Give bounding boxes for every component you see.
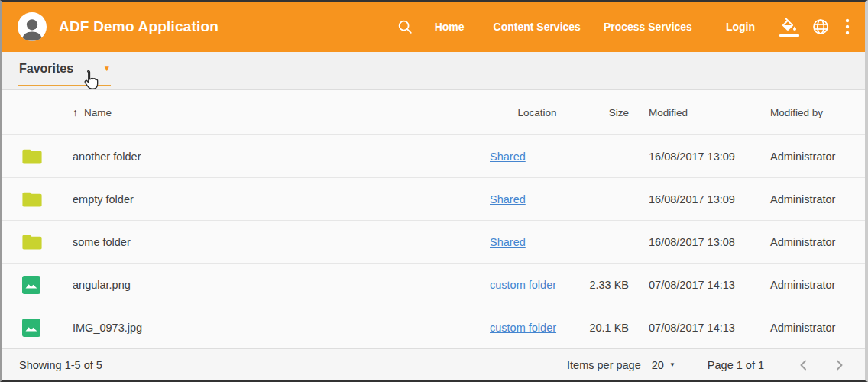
folder-icon <box>22 191 73 208</box>
table-row[interactable]: IMG_0973.jpg custom folder 20.1 KB 07/08… <box>2 306 865 348</box>
location-link[interactable]: custom folder <box>490 322 556 334</box>
modified-date: 16/08/2017 13:09 <box>649 193 761 206</box>
items-per-page-value: 20 <box>652 359 664 371</box>
items-per-page-select[interactable]: 20 ▼ <box>652 359 675 371</box>
page-indicator: Page 1 of 1 <box>708 359 764 371</box>
person-icon <box>19 17 45 41</box>
modified-date: 16/08/2017 13:09 <box>649 151 761 163</box>
file-name[interactable]: another folder <box>73 151 490 163</box>
sort-ascending-icon: ↑ <box>73 106 78 118</box>
name-column-label: Name <box>84 107 112 118</box>
folder-icon <box>22 234 73 251</box>
items-per-page-label: Items per page <box>567 359 641 371</box>
file-name[interactable]: empty folder <box>73 193 490 206</box>
image-file-icon <box>22 276 73 294</box>
chevron-down-icon: ▼ <box>103 64 111 72</box>
nav-home[interactable]: Home <box>435 21 465 33</box>
kebab-menu-icon[interactable] <box>845 18 850 36</box>
file-size: 2.33 KB <box>585 279 629 291</box>
modified-by: Administrator <box>770 279 850 291</box>
user-avatar[interactable] <box>18 12 47 41</box>
table-header-row: ↑ Name Location Size Modified Modified b… <box>2 90 865 134</box>
modified-by: Administrator <box>770 322 850 334</box>
location-link[interactable]: custom folder <box>490 279 556 291</box>
file-name[interactable]: IMG_0973.jpg <box>73 322 490 334</box>
location-link[interactable]: Shared <box>490 151 526 163</box>
chevron-down-icon: ▼ <box>669 361 675 368</box>
location-link[interactable]: Shared <box>490 193 526 206</box>
search-icon[interactable] <box>397 18 413 35</box>
location-column-header[interactable]: Location <box>490 107 585 118</box>
globe-icon[interactable] <box>811 18 830 36</box>
app-title: ADF Demo Application <box>59 18 219 35</box>
showing-range-label: Showing 1-5 of 5 <box>19 359 102 371</box>
modified-by: Administrator <box>770 236 850 248</box>
modified-date: 16/08/2017 13:08 <box>649 236 761 248</box>
chevron-right-icon <box>833 359 845 371</box>
file-size: 20.1 KB <box>585 322 629 334</box>
app-header: ADF Demo Application Home Content Servic… <box>2 2 865 52</box>
modified-by: Administrator <box>770 193 850 206</box>
size-column-header[interactable]: Size <box>585 107 629 118</box>
modified-by: Administrator <box>770 151 850 163</box>
chevron-left-icon <box>798 359 810 371</box>
folder-icon <box>22 148 73 165</box>
document-list: ↑ Name Location Size Modified Modified b… <box>2 90 865 348</box>
app-window: ADF Demo Application Home Content Servic… <box>0 0 868 382</box>
next-page-button[interactable] <box>830 356 848 374</box>
location-link[interactable]: Shared <box>490 236 526 248</box>
nav-login[interactable]: Login <box>726 21 755 33</box>
file-name[interactable]: some folder <box>73 236 490 248</box>
file-name[interactable]: angular.png <box>73 279 490 291</box>
modified-column-header[interactable]: Modified <box>649 107 761 118</box>
table-row[interactable]: another folder Shared 16/08/2017 13:09 A… <box>2 134 865 177</box>
name-column-header[interactable]: ↑ Name <box>73 106 490 118</box>
image-file-icon <box>22 319 73 337</box>
theme-color-indicator <box>779 34 799 37</box>
previous-page-button[interactable] <box>795 356 813 374</box>
table-row[interactable]: empty folder Shared 16/08/2017 13:09 Adm… <box>2 177 865 220</box>
view-selector-bar: Favorites ▼ <box>2 52 865 90</box>
favorites-label: Favorites <box>18 62 73 76</box>
nav-process-services[interactable]: Process Services <box>604 21 692 33</box>
nav-content-services[interactable]: Content Services <box>494 21 581 33</box>
pagination-bar: Showing 1-5 of 5 Items per page 20 ▼ Pag… <box>2 348 865 380</box>
modified-date: 07/08/2017 14:13 <box>649 322 761 334</box>
modified-by-column-header[interactable]: Modified by <box>770 107 850 118</box>
modified-date: 07/08/2017 14:13 <box>649 279 761 291</box>
favorites-dropdown[interactable]: Favorites ▼ <box>18 52 111 86</box>
table-row[interactable]: angular.png custom folder 2.33 KB 07/08/… <box>2 263 865 306</box>
table-row[interactable]: some folder Shared 16/08/2017 13:08 Admi… <box>2 220 865 263</box>
format-color-fill-icon[interactable] <box>779 18 799 37</box>
